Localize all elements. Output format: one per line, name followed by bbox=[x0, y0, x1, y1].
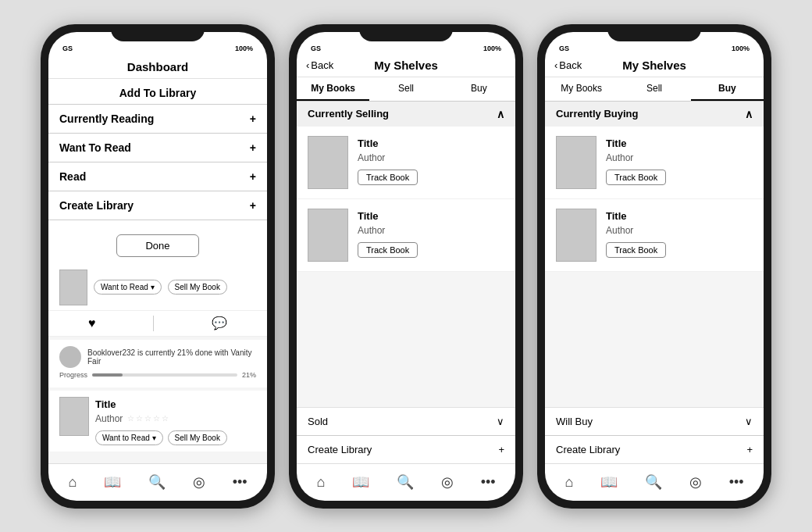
battery-3: 100% bbox=[732, 45, 750, 52]
currently-selling-chevron: ∧ bbox=[497, 108, 504, 120]
tab-buy-2[interactable]: Buy bbox=[443, 77, 515, 101]
book-item-buy-1: Title Author Track Book bbox=[545, 127, 764, 199]
bottom-nav-1: ⌂ 📖 🔍 ◎ ••• bbox=[48, 463, 267, 501]
carrier-2: GS bbox=[311, 45, 321, 52]
back-btn-2[interactable]: ‹ Back bbox=[306, 59, 333, 71]
progress-row: Progress 21% bbox=[59, 371, 256, 379]
currently-reading-row[interactable]: Currently Reading + bbox=[48, 104, 267, 133]
activity-text: Booklover232 is currently 21% done with … bbox=[87, 348, 256, 366]
track-btn-sell-1[interactable]: Track Book bbox=[358, 170, 418, 185]
star-5: ☆ bbox=[162, 414, 169, 423]
books-icon-2[interactable]: 📖 bbox=[352, 473, 369, 491]
home-icon-3[interactable]: ⌂ bbox=[564, 474, 573, 491]
tab-sell-2[interactable]: Sell bbox=[369, 77, 442, 101]
track-btn-sell-2[interactable]: Track Book bbox=[358, 242, 418, 258]
book-title-sell-2: Title bbox=[358, 210, 418, 222]
will-buy-label: Will Buy bbox=[556, 416, 593, 427]
book-cover-buy-2 bbox=[556, 209, 597, 262]
back-chevron-2: ‹ bbox=[306, 59, 309, 71]
home-icon-1[interactable]: ⌂ bbox=[68, 474, 77, 491]
tab-my-books-2[interactable]: My Books bbox=[297, 77, 369, 101]
tab-sell-3[interactable]: Sell bbox=[618, 77, 690, 101]
currently-buying-chevron: ∧ bbox=[745, 108, 753, 120]
compass-icon-2[interactable]: ◎ bbox=[441, 473, 454, 491]
spacer-3 bbox=[545, 272, 764, 407]
progress-label: Progress bbox=[59, 371, 87, 379]
will-buy-row[interactable]: Will Buy ∨ bbox=[545, 407, 764, 435]
dashboard-title: Dashboard bbox=[59, 60, 256, 73]
sell-my-book-btn-sm[interactable]: Sell My Book bbox=[168, 430, 227, 445]
phone-wrapper: GS 100% Dashboard Add To Library Current… bbox=[25, 9, 787, 524]
divider bbox=[153, 316, 154, 331]
comment-icon[interactable]: 💬 bbox=[212, 316, 227, 330]
track-btn-buy-1[interactable]: Track Book bbox=[606, 170, 666, 185]
book-info-sell-2: Title Author Track Book bbox=[358, 209, 418, 258]
progress-pct: 21% bbox=[242, 371, 256, 379]
spacer-2 bbox=[297, 272, 515, 407]
book-actions-row-sm: Want to Read ▾ Sell My Book bbox=[95, 430, 227, 445]
nav-header-2: ‹ Back My Shelves bbox=[297, 54, 515, 77]
phone-1: GS 100% Dashboard Add To Library Current… bbox=[41, 24, 275, 509]
activity-user-row: Booklover232 is currently 21% done with … bbox=[59, 346, 256, 368]
search-icon-2[interactable]: 🔍 bbox=[397, 473, 414, 491]
book-item-sell-1: Title Author Track Book bbox=[297, 127, 515, 199]
want-to-read-icon: + bbox=[250, 141, 256, 154]
currently-reading-icon: + bbox=[250, 112, 256, 125]
tab-buy-3[interactable]: Buy bbox=[691, 77, 764, 101]
want-to-read-btn[interactable]: Want to Read ▾ bbox=[94, 280, 162, 295]
book-title-buy-1: Title bbox=[606, 137, 666, 149]
progress-bar-fill bbox=[92, 373, 123, 377]
create-library-label-p2: Create Library bbox=[308, 444, 372, 455]
compass-icon-3[interactable]: ◎ bbox=[689, 473, 702, 491]
want-to-read-btn-sm[interactable]: Want to Read ▾ bbox=[95, 430, 163, 445]
nav-title-2: My Shelves bbox=[308, 59, 504, 72]
track-btn-buy-2[interactable]: Track Book bbox=[606, 242, 666, 258]
search-icon-3[interactable]: 🔍 bbox=[645, 473, 662, 491]
screen-content-2: Currently Selling ∧ Title Author Track B… bbox=[297, 102, 515, 463]
books-icon-1[interactable]: 📖 bbox=[104, 473, 121, 491]
sold-row[interactable]: Sold ∨ bbox=[297, 407, 515, 435]
book-cover-sm bbox=[59, 397, 89, 436]
back-chevron-3: ‹ bbox=[554, 59, 557, 71]
read-row[interactable]: Read + bbox=[48, 162, 267, 191]
tab-my-books-3[interactable]: My Books bbox=[545, 77, 618, 101]
create-library-icon-p1: + bbox=[250, 199, 256, 212]
books-icon-3[interactable]: 📖 bbox=[600, 473, 618, 491]
book-title-buy-2: Title bbox=[606, 210, 666, 222]
more-icon-1[interactable]: ••• bbox=[233, 474, 248, 491]
more-icon-2[interactable]: ••• bbox=[481, 474, 496, 491]
library-options: Currently Reading + Want To Read + Read … bbox=[48, 104, 267, 220]
carrier-1: GS bbox=[62, 45, 73, 52]
currently-buying-header[interactable]: Currently Buying ∧ bbox=[545, 102, 764, 127]
more-icon-3[interactable]: ••• bbox=[729, 474, 744, 491]
currently-selling-header[interactable]: Currently Selling ∧ bbox=[297, 102, 515, 127]
back-label-2: Back bbox=[311, 59, 333, 71]
book-cover-sell-2 bbox=[308, 209, 348, 262]
done-button[interactable]: Done bbox=[116, 234, 198, 257]
carrier-3: GS bbox=[559, 45, 569, 52]
home-icon-2[interactable]: ⌂ bbox=[316, 474, 325, 491]
activity-section: Want to Read ▾ Sell My Book ♥ 💬 bbox=[48, 265, 267, 463]
sell-my-book-btn[interactable]: Sell My Book bbox=[168, 280, 227, 295]
want-to-read-row[interactable]: Want To Read + bbox=[48, 133, 267, 162]
book-info-buy-2: Title Author Track Book bbox=[606, 209, 666, 258]
sold-label: Sold bbox=[308, 416, 328, 427]
notch-1 bbox=[111, 24, 205, 41]
currently-selling-title: Currently Selling bbox=[308, 108, 389, 120]
book-cover-buy-1 bbox=[556, 136, 597, 189]
back-btn-3[interactable]: ‹ Back bbox=[554, 59, 582, 71]
compass-icon-1[interactable]: ◎ bbox=[193, 473, 205, 491]
create-library-row-p3[interactable]: Create Library + bbox=[545, 435, 764, 463]
notch-2 bbox=[359, 24, 453, 41]
search-icon-1[interactable]: 🔍 bbox=[148, 473, 166, 491]
create-library-row-p1[interactable]: Create Library + bbox=[48, 191, 267, 220]
star-4: ☆ bbox=[153, 414, 160, 423]
read-label: Read bbox=[59, 170, 86, 183]
activity-item: Booklover232 is currently 21% done with … bbox=[48, 340, 267, 387]
create-library-label-p1: Create Library bbox=[59, 199, 134, 212]
heart-icon[interactable]: ♥ bbox=[88, 316, 96, 330]
create-library-row-p2[interactable]: Create Library + bbox=[297, 435, 515, 463]
sold-chevron: ∨ bbox=[497, 416, 504, 427]
read-icon: + bbox=[250, 170, 256, 183]
book-author-sm: Author bbox=[95, 413, 123, 424]
